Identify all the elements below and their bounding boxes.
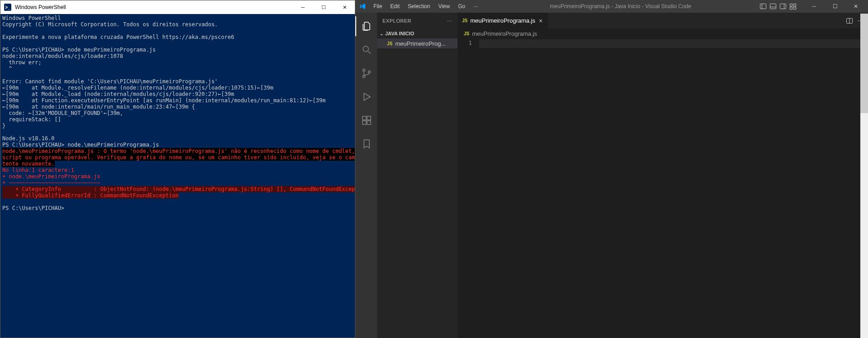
svg-rect-9 — [794, 7, 796, 10]
svg-rect-4 — [780, 4, 786, 9]
activity-run-debug[interactable] — [355, 87, 377, 107]
powershell-output[interactable]: Windows PowerShell Copyright (C) Microso… — [0, 14, 355, 338]
editor-tab[interactable]: JS meuPrimeiroPrograma.js × — [458, 13, 548, 29]
powershell-title: Windows PowerShell — [15, 4, 292, 10]
ps-line: code: ←[32m'MODULE_NOT_FOUND'←[39m, — [2, 110, 123, 116]
minimize-button[interactable]: ─ — [292, 0, 313, 14]
ps-error-line: tente novamente. — [2, 161, 55, 167]
ps-line: PS C:\Users\PICHAU> node meuPrimeiroProg… — [2, 47, 156, 53]
ps-line: Copyright (C) Microsoft Corporation. Tod… — [2, 21, 218, 28]
explorer-title: EXPLORER — [382, 18, 411, 24]
menu-selection[interactable]: Selection — [404, 1, 434, 11]
svg-line-11 — [368, 51, 371, 54]
ps-line: requireStack: [] — [2, 116, 61, 123]
scrollbar-thumb[interactable] — [860, 14, 868, 113]
maximize-button[interactable]: ☐ — [825, 0, 845, 13]
svg-point-12 — [363, 69, 365, 71]
ps-line: } — [2, 123, 5, 129]
layout-customize-icon[interactable] — [789, 3, 797, 10]
ps-line: ^ — [2, 66, 12, 72]
ps-error-line: + FullyQualifiedErrorId : CommandNotFoun… — [2, 192, 179, 199]
svg-rect-8 — [790, 7, 793, 10]
close-button[interactable]: ✕ — [334, 0, 355, 14]
editor-line[interactable] — [479, 39, 868, 48]
svg-rect-15 — [363, 116, 366, 120]
line-number: 1 — [458, 39, 472, 48]
menu-edit[interactable]: Edit — [387, 1, 403, 11]
layout-panel-icon[interactable] — [769, 3, 777, 10]
menu-go[interactable]: Go — [454, 1, 469, 11]
breadcrumb[interactable]: JS meuPrimeiroPrograma.js — [458, 29, 868, 38]
window-controls: ─ ☐ ✕ — [292, 0, 355, 14]
menu-bar: File Edit Selection View Go ··· — [370, 1, 481, 11]
code-editor[interactable]: 1 — [458, 38, 868, 338]
layout-sidebar-right-icon[interactable] — [779, 3, 787, 10]
more-icon[interactable]: ··· — [447, 18, 452, 24]
ps-line: ←[90m at Module._load (node:internal/mod… — [2, 91, 234, 97]
files-icon — [361, 21, 372, 32]
breadcrumb-file: meuPrimeiroPrograma.js — [472, 30, 537, 37]
scrollbar[interactable] — [860, 14, 868, 338]
file-item[interactable]: JS meuPrimeiroProg... — [377, 38, 458, 48]
menu-file[interactable]: File — [370, 1, 386, 11]
activity-explorer[interactable] — [355, 16, 377, 36]
powershell-titlebar[interactable]: >_ Windows PowerShell ─ ☐ ✕ — [0, 0, 355, 14]
powershell-window: >_ Windows PowerShell ─ ☐ ✕ Windows Powe… — [0, 0, 355, 338]
ps-line: Node.js v18.16.0 — [2, 135, 55, 142]
ps-error-line: + ~~~~~~~~~~~~~~~~~~~~~~~~~~~~ — [2, 180, 100, 186]
explorer-panel: EXPLORER ··· ⌄ JAVA INICIO JS meuPrimeir… — [377, 13, 458, 338]
layout-sidebar-left-icon[interactable] — [760, 3, 767, 10]
activity-bookmark[interactable] — [355, 134, 377, 154]
editor-body[interactable] — [479, 38, 868, 338]
ps-error-line: node.\meuPrimeiroPrograma.js : O termo '… — [2, 148, 355, 154]
search-icon — [361, 44, 372, 55]
menu-view[interactable]: View — [434, 1, 453, 11]
folder-header[interactable]: ⌄ JAVA INICIO — [377, 29, 458, 38]
explorer-header: EXPLORER ··· — [377, 13, 458, 29]
activity-source-control[interactable] — [355, 63, 377, 83]
branch-icon — [361, 68, 372, 79]
ps-line — [2, 199, 5, 205]
ps-error-line: No linha:1 caractere:1 — [2, 167, 74, 173]
folder-name: JAVA INICIO — [385, 31, 414, 36]
extensions-icon — [361, 115, 372, 126]
minimize-button[interactable]: ─ — [804, 0, 825, 13]
explorer-section: ⌄ JAVA INICIO JS meuPrimeiroProg... — [377, 29, 458, 48]
activity-extensions[interactable] — [355, 110, 377, 130]
ps-error-line: + CategoryInfo : ObjectNotFound: (node.\… — [2, 186, 355, 192]
file-name: meuPrimeiroProg... — [395, 40, 446, 47]
close-button[interactable]: ✕ — [845, 0, 866, 13]
ps-line: Experimente a nova plataforma cruzada Po… — [2, 34, 234, 40]
svg-rect-16 — [363, 121, 366, 124]
window-title: meuPrimeiroPrograma.js - Java Inicio - V… — [481, 3, 760, 10]
svg-point-14 — [368, 71, 371, 73]
close-tab-icon[interactable]: × — [538, 17, 543, 24]
line-gutter: 1 — [458, 38, 479, 338]
svg-rect-7 — [794, 4, 796, 6]
split-editor-icon[interactable] — [846, 17, 853, 24]
ps-line: ←[90m at Module._resolveFilename (node:i… — [2, 85, 274, 91]
svg-rect-17 — [367, 121, 371, 124]
ps-line: throw err; — [2, 59, 42, 66]
svg-rect-2 — [770, 4, 776, 9]
js-file-icon: JS — [387, 41, 392, 46]
vscode-titlebar[interactable]: File Edit Selection View Go ··· meuPrime… — [355, 0, 868, 13]
maximize-button[interactable]: ☐ — [313, 0, 334, 14]
svg-rect-6 — [790, 4, 793, 6]
vscode-window: File Edit Selection View Go ··· meuPrime… — [355, 0, 868, 338]
play-icon — [361, 91, 372, 102]
activity-bar — [355, 13, 377, 338]
ps-line: node:internal/modules/cjs/loader:1078 — [2, 53, 123, 59]
svg-point-10 — [363, 46, 368, 52]
chevron-down-icon: ⌄ — [380, 31, 383, 36]
editor-area: JS meuPrimeiroPrograma.js × ··· JS meuPr… — [458, 13, 868, 338]
vscode-logo-icon — [355, 3, 370, 10]
powershell-icon: >_ — [4, 4, 11, 11]
ps-line: PS C:\Users\PICHAU> node.\meuPrimeiroPro… — [2, 142, 159, 148]
js-file-icon: JS — [464, 31, 469, 36]
activity-search[interactable] — [355, 40, 377, 60]
ps-line: Error: Cannot find module 'C:\Users\PICH… — [2, 78, 218, 85]
tab-bar: JS meuPrimeiroPrograma.js × ··· — [458, 13, 868, 29]
menu-more[interactable]: ··· — [470, 1, 481, 11]
svg-rect-0 — [760, 4, 766, 9]
